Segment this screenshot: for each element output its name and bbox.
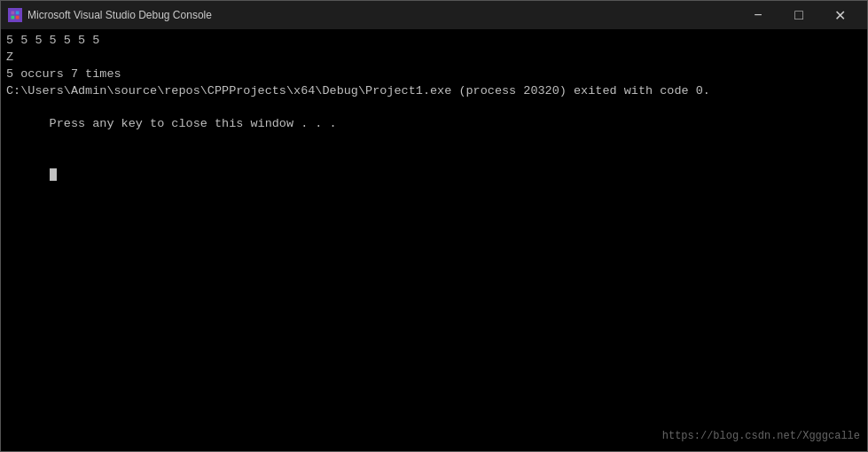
console-line-1: 5 5 5 5 5 5 5: [6, 33, 862, 50]
console-line-5: C:\Users\Admin\source\repos\CPPProjects\…: [6, 83, 862, 100]
window-controls: − □ ✕: [738, 1, 860, 29]
minimize-button[interactable]: −: [738, 1, 778, 29]
close-button[interactable]: ✕: [819, 1, 860, 29]
vs-debug-console-window: Microsoft Visual Studio Debug Console − …: [0, 0, 868, 452]
svg-rect-3: [16, 16, 20, 19]
console-line-3: 5 occurs 7 times: [6, 66, 862, 83]
console-line-2: Z: [6, 50, 862, 66]
watermark-text: https://blog.csdn.net/Xgggcalle: [662, 429, 860, 444]
window-title: Microsoft Visual Studio Debug Console: [27, 9, 738, 21]
maximize-button[interactable]: □: [778, 1, 819, 29]
svg-rect-1: [16, 12, 20, 15]
cursor-blink: [50, 168, 57, 181]
svg-rect-0: [12, 12, 15, 15]
console-line-6: Press any key to close this window . . .: [6, 100, 862, 151]
svg-rect-2: [12, 16, 15, 19]
console-cursor-line: [6, 150, 862, 200]
console-output: 5 5 5 5 5 5 5 Z 5 occurs 7 times C:\User…: [1, 29, 867, 451]
title-bar: Microsoft Visual Studio Debug Console − …: [1, 1, 867, 29]
app-icon: [8, 8, 22, 22]
